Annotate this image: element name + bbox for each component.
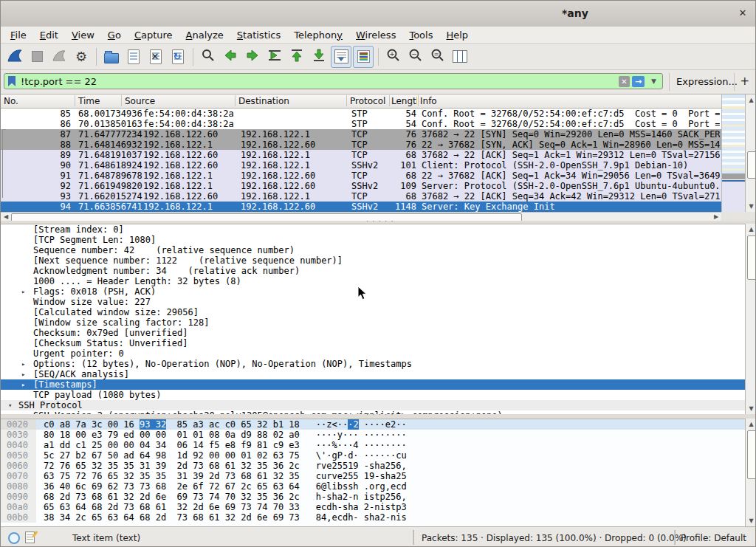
detail-line[interactable]: Checksum: 0x79ed [unverified] xyxy=(1,328,745,338)
restart-capture-button[interactable] xyxy=(49,46,69,68)
detail-line-flags[interactable]: ▸Flags: 0x018 (PSH, ACK) xyxy=(1,286,745,297)
column-header-no[interactable]: No. xyxy=(4,96,18,106)
menu-item-file[interactable]: File xyxy=(4,28,33,42)
scroll-down-icon[interactable]: ▼ xyxy=(746,201,756,212)
hex-row-00b0[interactable]: 00b038 34 2c 65 63 64 68 2d 73 68 61 32 … xyxy=(1,512,745,523)
menu-item-help[interactable]: Help xyxy=(439,28,475,42)
hex-row-0020[interactable]: 0020c0 a8 7a 3c 00 16 93 32 85 a3 ac c0 … xyxy=(1,419,745,430)
detail-line[interactable]: Sequence number: 42 (relative sequence n… xyxy=(1,245,745,255)
detail-line-seq-ack[interactable]: ▸[SEQ/ACK analysis] xyxy=(1,369,745,379)
hex-row-0070[interactable]: 007063 75 72 76 65 32 35 35 31 39 2d 73 … xyxy=(1,471,745,481)
column-header-length[interactable]: Length xyxy=(391,96,417,106)
detail-line-tcp-payload[interactable]: TCP payload (1080 bytes) xyxy=(1,390,745,400)
resize-columns-button[interactable] xyxy=(450,46,470,68)
packet-row-93[interactable]: 9371.662015274192.168.122.60192.168.122.… xyxy=(1,191,721,202)
menu-item-tools[interactable]: Tools xyxy=(402,28,439,42)
bytes-scrollbar[interactable]: ▲ ▼ xyxy=(745,419,756,526)
detail-line[interactable]: Window size value: 227 xyxy=(1,297,745,307)
packet-list-scrollbar[interactable]: ▲ ▼ xyxy=(745,94,756,212)
add-filter-button[interactable]: + xyxy=(740,75,749,88)
menu-item-go[interactable]: Go xyxy=(101,28,128,42)
detail-line-timestamps-selected[interactable]: ▸[Timestamps] xyxy=(1,379,745,390)
menu-item-statistics[interactable]: Statistics xyxy=(230,28,287,42)
detail-line[interactable]: 1000 .... = Header Length: 32 bytes (8) xyxy=(1,276,745,286)
stop-capture-button[interactable] xyxy=(27,46,47,68)
packet-row-91[interactable]: 9171.648789678192.168.122.1192.168.122.6… xyxy=(1,171,721,181)
packet-row-88[interactable]: 8871.648146932192.168.122.1192.168.122.6… xyxy=(1,140,721,150)
scroll-down-icon[interactable]: ▼ xyxy=(746,515,756,526)
scrollbar-thumb[interactable] xyxy=(747,151,756,179)
packet-row-87[interactable]: 8771.647777234192.168.122.60192.168.122.… xyxy=(1,129,721,140)
detail-line[interactable]: Acknowledgment number: 34 (relative ack … xyxy=(1,266,745,276)
scroll-up-icon[interactable]: ▲ xyxy=(746,224,756,235)
detail-line[interactable]: [Stream index: 0] xyxy=(1,224,745,235)
open-file-button[interactable] xyxy=(101,46,122,68)
hex-row-0040[interactable]: 0040a1 dd c1 25 00 00 04 34 06 14 f5 e8 … xyxy=(1,440,745,450)
detail-line-options[interactable]: ▸Options: (12 bytes), No-Operation (NOP)… xyxy=(1,359,745,369)
colorize-toggle[interactable] xyxy=(353,46,374,68)
packet-row-90[interactable]: 9071.648618924192.168.122.60192.168.122.… xyxy=(1,160,721,171)
packet-minimap[interactable] xyxy=(721,94,746,212)
hex-row-0060[interactable]: 006072 76 65 32 35 35 31 39 2d 73 68 61 … xyxy=(1,461,745,471)
menu-item-edit[interactable]: Edit xyxy=(33,28,65,42)
column-header-time[interactable]: Time xyxy=(78,96,100,106)
status-profile[interactable]: Profile: Default xyxy=(681,533,746,543)
display-filter-input[interactable] xyxy=(21,75,611,88)
auto-scroll-toggle[interactable] xyxy=(331,46,351,68)
save-file-button[interactable] xyxy=(123,46,144,68)
zoom-out-button[interactable]: − xyxy=(405,46,426,68)
expression-button[interactable]: Expression... xyxy=(676,76,738,87)
zoom-in-button[interactable]: + xyxy=(383,46,404,68)
filter-clear-icon[interactable]: ✕ xyxy=(619,76,630,87)
close-window-button[interactable]: ✕ xyxy=(736,7,749,20)
menu-item-view[interactable]: View xyxy=(65,28,101,42)
detail-line[interactable]: Urgent pointer: 0 xyxy=(1,348,745,359)
go-to-top-button[interactable] xyxy=(286,46,307,68)
expert-info-icon[interactable] xyxy=(8,532,20,544)
packet-row-94-selected[interactable]: 9471.663856741192.168.122.1192.168.122.6… xyxy=(1,202,721,212)
hex-row-0080[interactable]: 008036 40 6c 69 62 73 73 68 2e 6f 72 67 … xyxy=(1,481,745,492)
details-scrollbar[interactable]: ▲ ▼ xyxy=(745,224,756,414)
detail-line[interactable]: [Calculated window size: 29056] xyxy=(1,307,745,317)
go-back-button[interactable] xyxy=(220,46,241,68)
hex-row-0050[interactable]: 00505c 27 b2 67 50 ad 64 98 1d 92 00 00 … xyxy=(1,450,745,461)
filter-bookmark-icon[interactable] xyxy=(8,76,16,86)
scrollbar-thumb[interactable] xyxy=(747,235,756,280)
scrollbar-thumb[interactable] xyxy=(747,430,756,479)
column-header-destination[interactable]: Destination xyxy=(238,96,289,106)
hex-row-0030[interactable]: 003080 18 00 e3 79 ed 00 00 01 01 08 0a … xyxy=(1,430,745,440)
menu-item-capture[interactable]: Capture xyxy=(128,28,179,42)
menu-item-telephony[interactable]: Telephony xyxy=(287,28,349,42)
packet-row-85[interactable]: 8568.001734936fe:54:00:d4:38:2aSTP54Conf… xyxy=(1,109,721,119)
detail-line[interactable]: [Checksum Status: Unverified] xyxy=(1,338,745,348)
scroll-down-icon[interactable]: ▼ xyxy=(746,403,756,414)
capture-comment-icon[interactable] xyxy=(25,531,35,543)
scroll-up-icon[interactable]: ▲ xyxy=(746,94,756,106)
find-packet-button[interactable] xyxy=(198,46,219,68)
scroll-up-icon[interactable]: ▲ xyxy=(746,419,756,430)
menu-item-wireless[interactable]: Wireless xyxy=(349,28,402,42)
packet-row-89[interactable]: 8971.648191037192.168.122.60192.168.122.… xyxy=(1,150,721,160)
column-header-protocol[interactable]: Protocol xyxy=(350,96,385,106)
go-forward-button[interactable] xyxy=(242,46,263,68)
filter-dropdown-icon[interactable]: ▼ xyxy=(651,78,656,85)
capture-options-button[interactable]: ⚙ xyxy=(71,46,92,68)
filter-apply-icon[interactable]: → xyxy=(632,76,645,87)
close-file-button[interactable]: ✕ xyxy=(145,46,166,68)
detail-line[interactable]: [Window size scaling factor: 128] xyxy=(1,317,745,328)
start-capture-button[interactable] xyxy=(4,46,25,68)
hex-row-00a0[interactable]: 00a065 63 64 68 2d 73 68 61 32 2d 6e 69 … xyxy=(1,502,745,512)
menu-item-analyze[interactable]: Analyze xyxy=(179,28,230,42)
packet-row-86[interactable]: 8670.013850163fe:54:00:d4:38:2aSTP54Conf… xyxy=(1,119,721,129)
detail-line[interactable]: [TCP Segment Len: 1080] xyxy=(1,235,745,245)
go-to-packet-button[interactable] xyxy=(264,46,285,68)
reload-file-button[interactable]: ↻ xyxy=(168,46,188,68)
zoom-original-button[interactable]: = xyxy=(427,46,448,68)
hex-row-0090[interactable]: 009068 2d 73 68 61 32 2d 6e 69 73 74 70 … xyxy=(1,492,745,502)
column-header-source[interactable]: Source xyxy=(125,96,155,106)
go-to-bottom-button[interactable] xyxy=(309,46,329,68)
column-header-info[interactable]: Info xyxy=(420,96,437,106)
detail-line-ssh-protocol[interactable]: ▾SSH Protocol xyxy=(1,400,745,410)
packet-row-92[interactable]: 9271.661949820192.168.122.1192.168.122.6… xyxy=(1,181,721,191)
detail-line[interactable]: [Next sequence number: 1122 (relative se… xyxy=(1,255,745,266)
